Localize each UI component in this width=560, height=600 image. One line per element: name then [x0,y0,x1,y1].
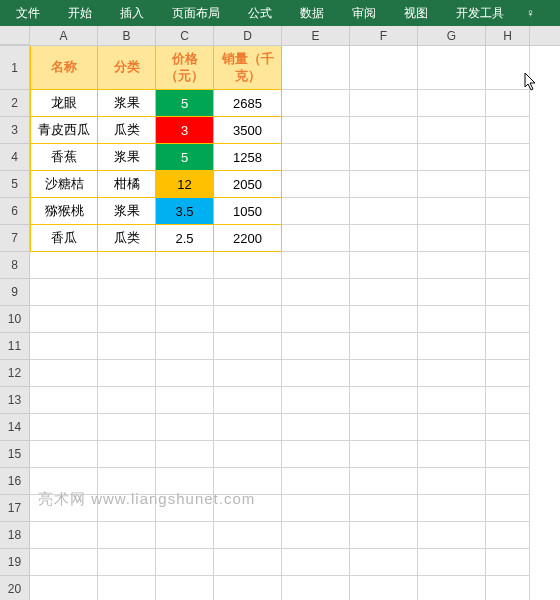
cell-blank[interactable] [350,468,418,495]
row-header-13[interactable]: 13 [0,387,30,414]
cell-blank[interactable] [350,387,418,414]
cell-blank[interactable] [30,522,98,549]
row-header-20[interactable]: 20 [0,576,30,600]
cell-blank[interactable] [98,522,156,549]
row-header-10[interactable]: 10 [0,306,30,333]
cell-blank[interactable] [214,279,282,306]
cell-blank[interactable] [350,360,418,387]
cell-blank[interactable] [350,441,418,468]
cell-blank[interactable] [418,522,486,549]
cell-blank[interactable] [156,333,214,360]
cell-blank[interactable] [282,549,350,576]
cell-blank[interactable] [418,279,486,306]
cell-empty[interactable] [418,90,486,117]
cell-blank[interactable] [418,333,486,360]
cell-blank[interactable] [282,252,350,279]
cell-blank[interactable] [282,495,350,522]
cell-blank[interactable] [350,279,418,306]
cell-blank[interactable] [156,306,214,333]
row-header-15[interactable]: 15 [0,441,30,468]
cell-blank[interactable] [98,279,156,306]
cell-blank[interactable] [486,387,530,414]
cell-blank[interactable] [214,441,282,468]
cell-blank[interactable] [486,522,530,549]
cell-blank[interactable] [282,360,350,387]
cell-empty[interactable] [418,171,486,198]
cell-empty[interactable] [282,198,350,225]
cell-price-0[interactable]: 5 [156,90,214,117]
cell-blank[interactable] [418,252,486,279]
cell-empty[interactable] [486,171,530,198]
ribbon-tab-2[interactable]: 插入 [106,0,158,26]
row-header-9[interactable]: 9 [0,279,30,306]
cell-blank[interactable] [486,279,530,306]
cell-blank[interactable] [282,333,350,360]
cell-name-3[interactable]: 沙糖桔 [30,171,98,198]
cell-empty[interactable] [486,117,530,144]
cell-cat-4[interactable]: 浆果 [98,198,156,225]
ribbon-tab-0[interactable]: 文件 [2,0,54,26]
cell-blank[interactable] [156,414,214,441]
cell-blank[interactable] [486,495,530,522]
cell-blank[interactable] [214,414,282,441]
cell-empty[interactable] [418,117,486,144]
cell-blank[interactable] [282,306,350,333]
cell-empty[interactable] [282,46,350,90]
header-price[interactable]: 价格（元） [156,46,214,90]
cell-blank[interactable] [30,333,98,360]
header-name[interactable]: 名称 [30,46,98,90]
row-header-12[interactable]: 12 [0,360,30,387]
cell-blank[interactable] [418,549,486,576]
cell-blank[interactable] [282,468,350,495]
cell-blank[interactable] [282,414,350,441]
cell-blank[interactable] [486,306,530,333]
cell-cat-5[interactable]: 瓜类 [98,225,156,252]
cell-sales-3[interactable]: 2050 [214,171,282,198]
cell-blank[interactable] [486,360,530,387]
cell-price-3[interactable]: 12 [156,171,214,198]
cell-empty[interactable] [486,225,530,252]
row-header-14[interactable]: 14 [0,414,30,441]
cell-blank[interactable] [350,576,418,600]
cell-empty[interactable] [350,46,418,90]
col-header-A[interactable]: A [30,26,98,45]
cell-empty[interactable] [418,46,486,90]
cell-name-0[interactable]: 龙眼 [30,90,98,117]
col-header-B[interactable]: B [98,26,156,45]
cell-empty[interactable] [350,198,418,225]
cell-blank[interactable] [98,306,156,333]
cell-blank[interactable] [486,576,530,600]
cell-blank[interactable] [30,549,98,576]
ribbon-tab-3[interactable]: 页面布局 [158,0,234,26]
cell-blank[interactable] [214,549,282,576]
cell-blank[interactable] [486,468,530,495]
cell-empty[interactable] [350,144,418,171]
col-header-G[interactable]: G [418,26,486,45]
header-category[interactable]: 分类 [98,46,156,90]
cell-blank[interactable] [486,252,530,279]
cell-blank[interactable] [30,279,98,306]
cell-blank[interactable] [350,252,418,279]
row-header-4[interactable]: 4 [0,144,30,171]
cell-blank[interactable] [282,279,350,306]
row-header-8[interactable]: 8 [0,252,30,279]
cell-name-4[interactable]: 猕猴桃 [30,198,98,225]
cell-blank[interactable] [214,387,282,414]
cell-empty[interactable] [486,198,530,225]
cell-blank[interactable] [486,549,530,576]
cell-blank[interactable] [418,387,486,414]
cell-blank[interactable] [282,441,350,468]
cell-blank[interactable] [156,441,214,468]
cell-blank[interactable] [350,522,418,549]
cell-blank[interactable] [156,252,214,279]
cell-blank[interactable] [156,522,214,549]
cell-empty[interactable] [418,144,486,171]
cell-blank[interactable] [350,414,418,441]
col-header-C[interactable]: C [156,26,214,45]
cell-empty[interactable] [350,90,418,117]
row-header-17[interactable]: 17 [0,495,30,522]
cell-blank[interactable] [156,576,214,600]
header-sales[interactable]: 销量（千克） [214,46,282,90]
cell-price-5[interactable]: 2.5 [156,225,214,252]
cell-blank[interactable] [98,360,156,387]
